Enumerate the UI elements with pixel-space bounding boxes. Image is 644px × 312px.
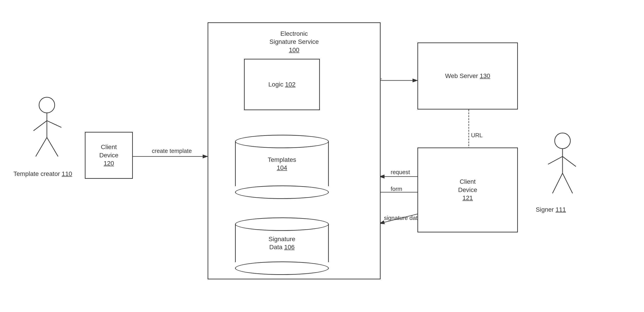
arrow-label-signature-data: signature data xyxy=(384,215,421,222)
svg-line-18 xyxy=(552,173,562,193)
svg-point-14 xyxy=(555,133,570,149)
svg-line-13 xyxy=(47,137,58,157)
templates-104-label: Templates104 xyxy=(268,156,296,172)
svg-line-11 xyxy=(47,121,62,127)
svg-line-16 xyxy=(548,157,562,164)
arrow-label-create-template: create template xyxy=(152,147,192,154)
arrow-label-form: form xyxy=(391,186,402,192)
template-creator-figure xyxy=(27,96,67,169)
svg-line-12 xyxy=(36,137,47,157)
web-server-130-box: Web Server 130 xyxy=(418,43,518,109)
templates-104-cylinder: Templates104 xyxy=(235,135,329,199)
client-device-120-label: ClientDevice120 xyxy=(99,143,118,168)
svg-line-19 xyxy=(562,173,572,193)
web-server-130-label: Web Server 130 xyxy=(445,72,490,80)
signer-figure xyxy=(542,132,582,204)
client-device-121-box: ClientDevice121 xyxy=(418,147,518,232)
svg-line-10 xyxy=(34,121,47,131)
diagram-container: create template URL URL request form sig… xyxy=(0,0,644,312)
arrow-label-url-2: URL xyxy=(471,132,482,139)
signature-data-106-label: SignatureData 106 xyxy=(268,235,295,251)
svg-point-8 xyxy=(39,97,55,113)
logic-102-box: Logic 102 xyxy=(244,59,320,110)
signer-label: Signer 111 xyxy=(536,206,566,214)
ess-container-box: ElectronicSignature Service100 Logic 102… xyxy=(208,22,380,279)
svg-line-17 xyxy=(562,157,576,167)
ess-title: ElectronicSignature Service100 xyxy=(208,30,380,54)
signature-data-106-cylinder: SignatureData 106 xyxy=(235,217,329,275)
client-device-120-box: ClientDevice120 xyxy=(85,132,133,179)
client-device-121-label: ClientDevice121 xyxy=(458,178,477,202)
logic-102-label: Logic 102 xyxy=(268,80,295,88)
template-creator-label: Template creator 110 xyxy=(14,170,72,178)
arrow-label-request: request xyxy=(391,169,410,176)
